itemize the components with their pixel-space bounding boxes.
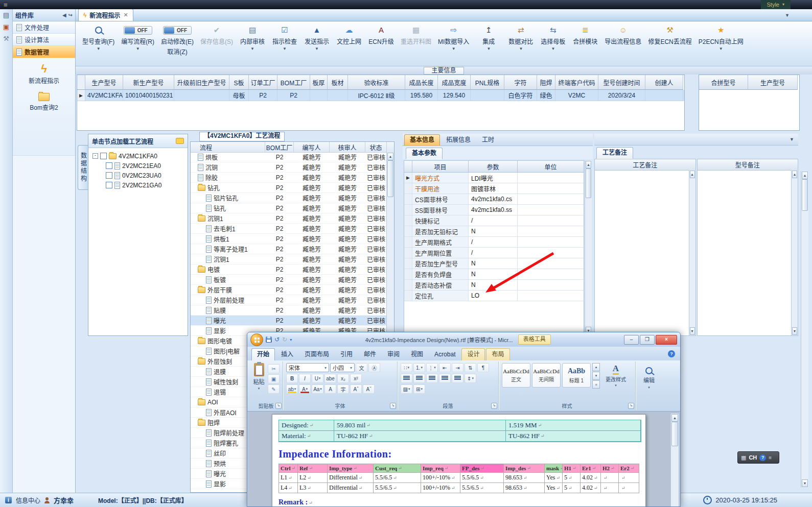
process-notes-header[interactable]: 工艺备注 [595,159,695,171]
param-value[interactable]: 4v2mc1kfa0.cs [469,194,518,205]
increase-indent-button[interactable]: ⇥ [452,363,463,372]
dropdown-arrow-icon[interactable]: ▼ [315,47,319,51]
scroll-up-icon[interactable]: ▲ [586,161,591,168]
info-icon[interactable]: i [5,497,12,503]
sidebar-item-design-algorithm[interactable]: 设计算法 [13,34,75,46]
param-row[interactable]: 生产周期位置/ [404,248,584,258]
ribbon-tab[interactable]: Acrobat [429,349,460,360]
column-header-1[interactable]: 新生产型号 [123,75,174,90]
undo-icon[interactable]: ↺ [274,336,280,343]
bullets-button[interactable]: ∷▾ [401,363,412,372]
checkbox-icon[interactable] [106,172,112,179]
column-header-2[interactable]: 升级前旧生产型号 [174,75,229,90]
paste-button[interactable]: 粘贴 ▾ [252,363,265,394]
column-header-9[interactable]: 成品长度 [405,75,438,90]
integrate-button[interactable]: ↥集成▼ [474,24,503,52]
dock-tools-icon[interactable]: ⚒ [3,35,9,42]
undock-icon[interactable]: ↪ [68,12,73,18]
flow-row[interactable]: 电镀P2臧艳芳臧艳芳已审核 [191,264,387,275]
checkbox-icon[interactable] [106,182,112,188]
save-info-button[interactable]: ✔保存信息(S) [199,24,235,46]
flow-row[interactable]: 等离子处理1P2臧艳芳臧艳芳已审核 [191,244,387,254]
ribbon-tab[interactable]: 布局 [486,348,509,360]
underline-button[interactable]: U▾ [312,374,323,383]
merge-module-button[interactable]: ≣合拼模块 [571,24,599,46]
dialog-launcher-icon[interactable]: ⇘ [275,403,282,409]
dock-window-icon[interactable]: ▤ [3,12,9,19]
checkbox-icon[interactable] [106,162,112,169]
mi-data-import-button[interactable]: ⇨MI数据导入▼ [436,24,471,52]
param-row[interactable]: 是否加生产型号N [404,258,584,269]
ecn-upgrade-button[interactable]: AECN升级 [367,24,396,46]
document-page[interactable]: Designed:59.803 mil1.519 MMMaterial:TU-8… [272,414,646,506]
flow-row[interactable]: 烘板P2臧艳芳臧艳芳已审核 [191,152,387,162]
param-row[interactable]: 是否加无铅标记N [404,226,584,237]
grid-cell-2[interactable] [174,90,229,101]
params-scrollbar[interactable]: ▲ ▼ [585,160,592,335]
scroll-down-icon[interactable]: ▼ [802,479,808,487]
format-painter-button[interactable]: ✎ [268,384,280,394]
grid-cell-6[interactable] [310,90,328,101]
flow-column-3[interactable]: 核审人 [330,142,365,152]
param-row[interactable]: 干膜用途图镀菲林 [404,183,584,194]
param-value[interactable]: LO [469,291,518,301]
ime-help-icon[interactable]: ? [759,454,766,461]
column-header-14[interactable]: 终端客户代码 [555,75,598,90]
dropdown-arrow-icon[interactable]: ▼ [97,47,101,51]
scroll-thumb[interactable] [586,168,591,198]
ribbon-tab[interactable]: 页面布局 [299,349,334,360]
dropdown-arrow-icon[interactable]: ▼ [719,47,723,51]
dialog-launcher-icon[interactable]: ⇘ [491,403,497,409]
cut-button[interactable]: ✂ [268,364,280,373]
superscript-button[interactable]: x² [350,374,362,383]
flow-row[interactable]: 沉铜1P2臧艳芳臧艳芳已审核 [191,254,387,264]
shading-button[interactable]: ▨▾ [401,384,412,394]
dropdown-arrow-icon[interactable]: ▼ [519,47,523,51]
distribute-button[interactable] [452,374,463,383]
keyboard-icon[interactable]: ▦ [741,454,746,461]
ribbon-tab[interactable]: 邮件 [359,349,381,360]
shrink-font-button[interactable]: Aˇ [363,384,375,394]
flow-row[interactable]: 钻孔P2臧艳芳臧艳芳已审核 [191,183,387,193]
align-right-button[interactable] [426,374,438,383]
param-unit[interactable] [518,173,584,183]
model-notes-header[interactable]: 型号备注 [698,159,798,171]
param-unit[interactable] [518,183,584,194]
dock-component-icon[interactable]: ▣ [3,23,9,31]
borders-button[interactable]: ⊞▾ [413,384,425,394]
grid-cell-0[interactable]: 4V2MC1KFA0 [85,90,123,101]
param-value[interactable]: 图镀菲林 [469,183,518,194]
param-column-1[interactable]: 参数 [469,161,518,173]
main-grid-selected-row[interactable]: ▶4V2MC1KFA010010400150231母板P2P2IPC-6012 … [77,90,684,101]
param-row[interactable]: 是否有负焊盘N [404,269,584,280]
param-unit[interactable] [518,248,584,258]
dropdown-arrow-icon[interactable]: ▼ [486,47,491,51]
qat-dropdown-icon[interactable]: ▾ [290,337,292,342]
scroll-thumb[interactable] [671,422,678,446]
sidebar-item-data-management[interactable]: 数据管理 [13,46,75,58]
scroll-up-icon[interactable]: ▲ [387,153,393,160]
param-unit[interactable] [518,237,584,248]
flow-row[interactable]: 沉铜1P2臧艳芳臧艳芳已审核 [191,213,387,224]
param-row[interactable]: 是否动态补偿N [404,280,584,291]
column-header-11[interactable]: PNL规格 [471,75,504,90]
internal-review-button[interactable]: ▤内部审核▼ [238,24,267,52]
flow-row[interactable]: 钻孔P2臧艳芳臧艳芳已审核 [191,203,387,213]
param-unit[interactable] [518,226,584,237]
grid-cell-7[interactable] [328,90,348,101]
param-row[interactable]: 生产周期格式/ [404,237,584,248]
flow-row[interactable]: 外层干膜P2臧艳芳臧艳芳已审核 [191,285,387,295]
write-flow-button[interactable]: OFF编写流程(R)▼ [120,24,156,52]
flow-column-2[interactable]: 编写人 [294,142,330,152]
align-center-button[interactable] [413,374,425,383]
styles-gallery-scroll[interactable]: ▴▾≡ [592,363,600,389]
tab-extended-info[interactable]: 拓展信息 [441,135,476,146]
param-column-2[interactable]: 单位 [518,161,584,173]
line-spacing-button[interactable]: ⇕▾ [465,374,476,383]
close-icon[interactable]: ✕ [123,12,128,18]
param-unit[interactable] [518,280,584,291]
dropdown-arrow-icon[interactable]: ▼ [136,47,140,51]
style-heading1[interactable]: AaBb标题 1 [562,363,591,388]
ime-language-label[interactable]: CH [749,454,757,461]
model-notes-scrollbar[interactable]: ▲▼ [791,170,798,335]
